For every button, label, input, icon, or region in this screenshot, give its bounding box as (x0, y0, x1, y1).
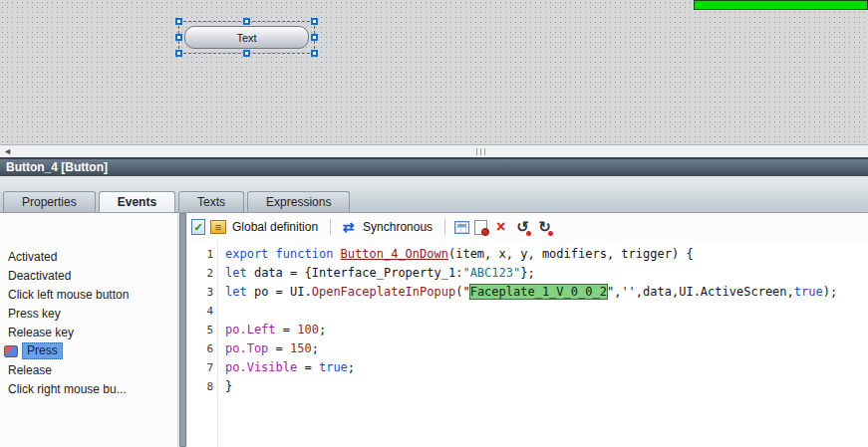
event-list-scrollbar[interactable] (177, 213, 187, 447)
code-segment: ); (823, 285, 837, 299)
code-text: export function Button_4_OnDown(item, x,… (213, 245, 694, 264)
event-item-label: Deactivated (8, 269, 71, 283)
code-text: let po = UI.OpenFaceplateInPopup("Facepl… (213, 283, 837, 302)
code-text: po.Left = 100; (213, 321, 326, 339)
event-item-activated[interactable]: Activated (0, 247, 177, 266)
code-area[interactable]: 1export function Button_4_OnDown(item, x… (187, 241, 868, 447)
code-segment: = (297, 360, 319, 374)
redo-icon[interactable]: ↻ (536, 219, 553, 236)
code-line-6[interactable]: 6po.Top = 150; (187, 339, 868, 358)
selection-handle-n[interactable] (243, 18, 250, 25)
code-text: po.Top = 150; (213, 339, 319, 358)
event-item-label: Click right mouse bu... (8, 382, 127, 396)
code-segment: let (225, 266, 254, 280)
selection-box[interactable]: Text (178, 21, 315, 54)
event-item-click-right-mouse-bu-[interactable]: Click right mouse bu... (0, 379, 177, 398)
code-segment: ",'',data,UI.ActiveScreen, (607, 285, 794, 299)
undo-icon[interactable]: ↺ (514, 219, 531, 236)
inspector-tab-zone: PropertiesEventsTextsExpressions (0, 176, 868, 212)
toolbar-separator (330, 219, 331, 235)
code-segment: = (276, 323, 298, 336)
selection-handle-s[interactable] (243, 50, 250, 57)
tab-label: Expressions (266, 195, 331, 209)
event-script-icon (4, 345, 18, 357)
code-line-2[interactable]: 2let data = {Interface_Property_1:"ABC12… (187, 264, 868, 283)
global-definition-icon[interactable]: ≡ (210, 220, 226, 234)
line-number: 8 (187, 377, 213, 396)
event-item-label: Activated (8, 250, 57, 264)
selection-handle-ne[interactable] (311, 18, 318, 25)
code-segment: po.Top (225, 341, 268, 355)
code-segment: "ABC123" (462, 266, 520, 280)
button-widget-label: Text (236, 32, 256, 44)
code-segment: po = UI. (254, 285, 312, 299)
code-segment: (" (455, 285, 469, 299)
tab-expressions[interactable]: Expressions (247, 191, 350, 212)
tab-texts[interactable]: Texts (178, 191, 244, 212)
code-text (213, 302, 225, 321)
selection-handle-sw[interactable] (175, 50, 182, 57)
canvas-hscrollbar[interactable]: ◄ (0, 144, 868, 157)
event-item-release[interactable]: Release (0, 360, 177, 379)
green-rectangle-object[interactable] (694, 0, 868, 10)
selection-handle-nw[interactable] (175, 18, 182, 25)
code-line-8[interactable]: 8} (187, 377, 868, 396)
inspector-title: Button_4 [Button] (6, 160, 108, 174)
selection-handle-se[interactable] (311, 50, 318, 57)
insert-snippet-icon[interactable] (474, 220, 487, 235)
line-number: 5 (187, 321, 213, 339)
event-item-press-key[interactable]: Press key (0, 304, 177, 323)
global-definition-glyph: ≡ (215, 222, 221, 233)
code-segment: ; (319, 323, 326, 336)
code-line-4[interactable]: 4 (187, 302, 868, 321)
tab-properties[interactable]: Properties (3, 191, 96, 212)
check-script-icon[interactable]: ✓ (191, 219, 205, 235)
line-number: 6 (187, 339, 213, 358)
code-segment: po.Left (225, 323, 276, 336)
line-number: 1 (187, 245, 213, 264)
code-line-3[interactable]: 3let po = UI.OpenFaceplateInPopup("Facep… (187, 283, 868, 302)
selection-handle-e[interactable] (311, 34, 318, 41)
tab-strip: PropertiesEventsTextsExpressions (3, 191, 350, 212)
button-widget[interactable]: Text (184, 26, 309, 49)
event-item-label: Press (22, 342, 63, 359)
line-number: 3 (187, 283, 213, 302)
code-segment: OpenFaceplateInPopup (312, 285, 456, 299)
line-number: 2 (187, 264, 213, 283)
scrollbar-grip-icon[interactable] (476, 148, 487, 155)
code-line-7[interactable]: 7po.Visible = true; (187, 358, 868, 377)
tab-label: Texts (197, 195, 225, 209)
code-segment: (item, x, y, modifiers, trigger) { (448, 247, 694, 261)
line-number: 7 (187, 358, 213, 377)
code-segment: true (794, 285, 823, 299)
code-segment: Faceplate_1_V_0_0_2 (470, 285, 607, 299)
code-templates-icon[interactable] (454, 221, 469, 234)
event-item-label: Click left mouse button (8, 288, 129, 302)
script-toolbar: ✓ ≡ Global definition ⇄ Synchronous × ↺ … (187, 213, 868, 241)
check-glyph: ✓ (193, 222, 202, 233)
design-canvas[interactable]: Text (0, 0, 868, 144)
code-line-1[interactable]: 1export function Button_4_OnDown(item, x… (187, 245, 868, 264)
code-segment: 100 (297, 323, 319, 336)
code-text: let data = {Interface_Property_1:"ABC123… (213, 264, 535, 283)
scrollbar-thumb[interactable] (179, 213, 186, 447)
code-segment: } (225, 379, 232, 393)
event-item-deactivated[interactable]: Deactivated (0, 266, 177, 285)
event-item-label: Release (8, 363, 52, 377)
code-line-5[interactable]: 5po.Left = 100; (187, 321, 868, 339)
code-segment: let (225, 285, 254, 299)
delete-code-icon[interactable]: × (492, 219, 509, 236)
code-segment: Button_4_OnDown (341, 247, 448, 261)
event-item-click-left-mouse-button[interactable]: Click left mouse button (0, 285, 177, 304)
synchronous-icon[interactable]: ⇄ (340, 219, 357, 236)
scroll-left-arrow-icon[interactable]: ◄ (3, 145, 12, 157)
global-definition-label: Global definition (232, 220, 318, 234)
code-segment: export function (225, 247, 341, 261)
selection-handle-w[interactable] (175, 34, 182, 41)
event-item-release-key[interactable]: Release key (0, 323, 177, 341)
toolbar-separator (444, 219, 445, 235)
tab-events[interactable]: Events (99, 191, 175, 212)
event-item-press[interactable]: Press (0, 341, 177, 360)
tab-label: Events (118, 195, 156, 209)
script-editor-pane: ✓ ≡ Global definition ⇄ Synchronous × ↺ … (187, 213, 868, 447)
